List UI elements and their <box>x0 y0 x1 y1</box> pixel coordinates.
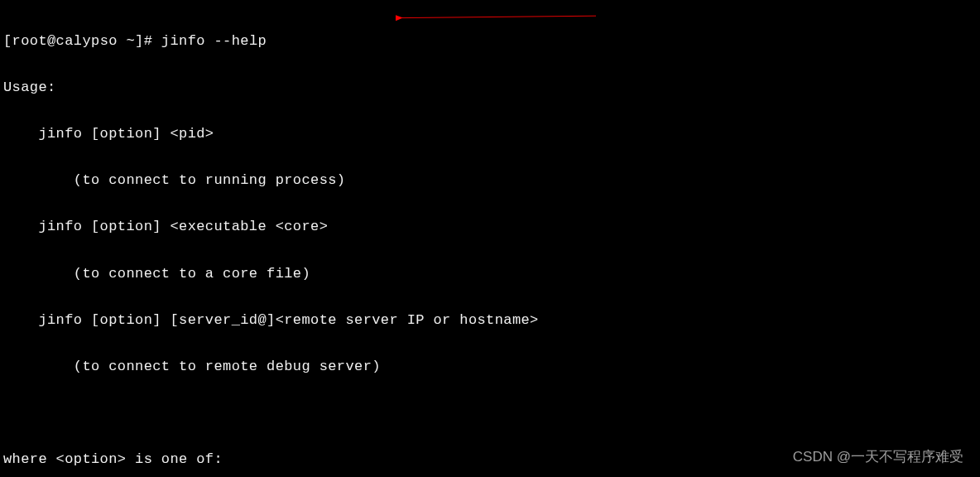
prompt-user-host: root@calypso ~ <box>12 30 135 53</box>
usage-line: jinfo [option] <pid> <box>3 123 977 146</box>
usage-line: (to connect to a core file) <box>3 263 977 286</box>
prompt-line-1: [root@calypso ~]# jinfo --help <box>3 30 977 53</box>
prompt-bracket-close: ]# <box>135 30 161 53</box>
usage-line: (to connect to running process) <box>3 169 977 192</box>
usage-header: Usage: <box>3 76 977 99</box>
usage-line: jinfo [option] [server_id@]<remote serve… <box>3 309 977 332</box>
terminal-output[interactable]: [root@calypso ~]# jinfo --help Usage: ji… <box>3 7 977 477</box>
prompt-bracket-open: [ <box>3 30 12 53</box>
watermark-text: CSDN @一天不写程序难受 <box>793 446 963 469</box>
command-text: jinfo --help <box>161 30 267 53</box>
usage-line: (to connect to remote debug server) <box>3 355 977 378</box>
usage-line: jinfo [option] <executable <core> <box>3 215 977 238</box>
blank-line <box>3 402 977 425</box>
